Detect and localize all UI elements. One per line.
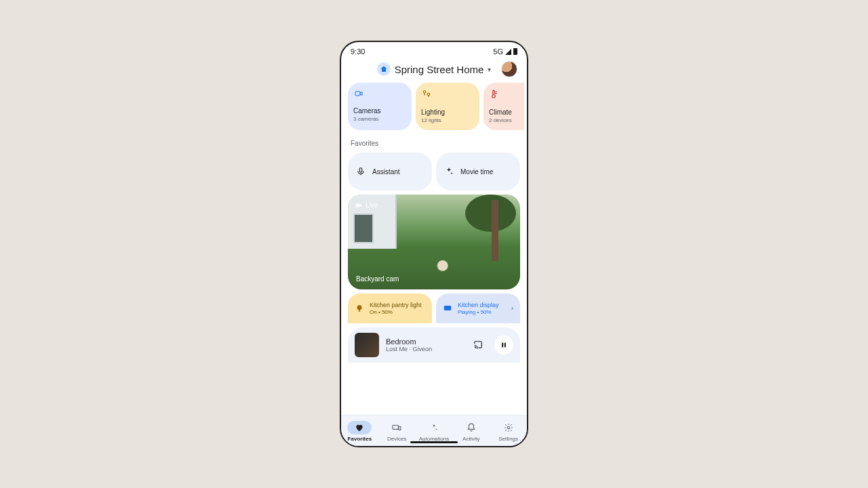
svg-rect-8 (446, 307, 450, 310)
nav-activity[interactable]: Activity (452, 421, 490, 442)
chip-title: Climate (489, 108, 524, 116)
status-bar: 9:30 5G (341, 42, 527, 58)
pause-button[interactable] (494, 336, 513, 354)
scroll-area[interactable]: Cameras 3 cameras Lighting 12 lights Cli… (341, 83, 527, 415)
chip-lighting[interactable]: Lighting 12 lights (416, 83, 479, 130)
svg-point-5 (357, 305, 362, 310)
clock: 9:30 (351, 47, 365, 56)
svg-rect-10 (505, 342, 506, 347)
climate-icon (489, 89, 498, 99)
nav-label: Favorites (348, 436, 372, 442)
media-track: Lost Me · Giveon (386, 346, 462, 352)
camera-icon (353, 89, 364, 98)
svg-rect-4 (356, 203, 360, 207)
tile-pantry-light[interactable]: Kitchen pantry light On • 50% (348, 293, 432, 323)
media-room: Bedroom (386, 338, 462, 346)
signal-icon (505, 49, 511, 55)
nav-label: Settings (498, 436, 518, 442)
network-type: 5G (493, 47, 503, 56)
svg-point-1 (423, 91, 426, 94)
svg-rect-6 (359, 310, 360, 311)
home-name: Spring Street Home (395, 64, 484, 75)
bulb-icon (355, 304, 364, 313)
device-sub: Playing • 50% (458, 309, 499, 315)
chevron-down-icon: ▾ (488, 66, 491, 73)
media-text: Bedroom Lost Me · Giveon (386, 338, 462, 352)
cast-icon (473, 340, 484, 350)
gear-icon (504, 423, 513, 432)
avatar[interactable] (501, 61, 517, 77)
device-row: Kitchen pantry light On • 50% Kitchen di… (344, 293, 524, 323)
chip-sub: 2 devices (489, 117, 524, 123)
media-card[interactable]: Bedroom Lost Me · Giveon (348, 327, 520, 363)
devices-icon (392, 423, 401, 432)
tree-canopy (465, 195, 516, 232)
chevron-right-icon: › (511, 304, 513, 312)
display-icon (443, 304, 452, 313)
live-label: Live (366, 201, 378, 209)
favorite-movie-time[interactable]: Movie time (436, 152, 520, 190)
nav-automations[interactable]: Automations (416, 421, 453, 442)
nav-settings[interactable]: Settings (490, 421, 527, 442)
favorites-label: Favorites (344, 138, 524, 152)
nav-devices[interactable]: Devices (378, 421, 416, 442)
svg-rect-0 (355, 92, 360, 96)
favorites-row: Assistant Movie time (344, 152, 524, 195)
heart-icon (355, 423, 364, 432)
svg-rect-3 (359, 168, 362, 172)
camera-card[interactable]: Live Backyard cam (348, 195, 520, 289)
nav-handle[interactable] (410, 441, 458, 443)
tree-trunk (492, 200, 498, 261)
svg-point-2 (427, 93, 430, 96)
bell-icon (467, 423, 476, 432)
chip-cameras[interactable]: Cameras 3 cameras (348, 83, 412, 130)
svg-point-13 (507, 426, 510, 429)
camera-name: Backyard cam (356, 275, 399, 283)
mic-icon (356, 167, 366, 176)
house-window (353, 214, 374, 243)
svg-rect-9 (502, 342, 503, 347)
pause-icon (500, 342, 507, 348)
home-icon (377, 62, 391, 76)
tile-label: Assistant (372, 168, 400, 176)
svg-rect-11 (393, 426, 398, 430)
sparkle-icon (444, 167, 454, 176)
svg-rect-12 (399, 426, 401, 430)
cast-button[interactable] (469, 336, 488, 354)
chip-sub: 3 cameras (353, 116, 406, 122)
sparkle-icon (429, 423, 439, 432)
nav-label: Devices (387, 436, 406, 442)
camera-icon (355, 202, 363, 209)
category-chips-row[interactable]: Cameras 3 cameras Lighting 12 lights Cli… (344, 83, 524, 138)
home-selector[interactable]: Spring Street Home ▾ (377, 62, 492, 76)
lighting-icon (421, 89, 432, 99)
chip-title: Cameras (353, 107, 406, 115)
device-title: Kitchen pantry light (370, 302, 422, 309)
chip-sub: 12 lights (421, 117, 474, 123)
status-right: 5G (493, 47, 517, 56)
device-title: Kitchen display (458, 302, 499, 309)
chip-title: Lighting (421, 108, 474, 116)
tile-label: Movie time (460, 168, 493, 176)
album-art (355, 333, 379, 357)
tile-kitchen-display[interactable]: Kitchen display Playing • 50% › (436, 293, 520, 323)
nav-favorites[interactable]: Favorites (341, 421, 378, 442)
nav-label: Activity (462, 436, 479, 442)
header: Spring Street Home ▾ (341, 58, 527, 83)
chip-climate[interactable]: Climate 2 devices (484, 83, 524, 130)
favorite-assistant[interactable]: Assistant (348, 152, 432, 190)
battery-icon (513, 48, 517, 55)
phone-frame: 9:30 5G Spring Street Home ▾ Cameras 3 c… (340, 41, 528, 447)
device-sub: On • 50% (370, 309, 422, 315)
live-badge: Live (355, 201, 378, 209)
